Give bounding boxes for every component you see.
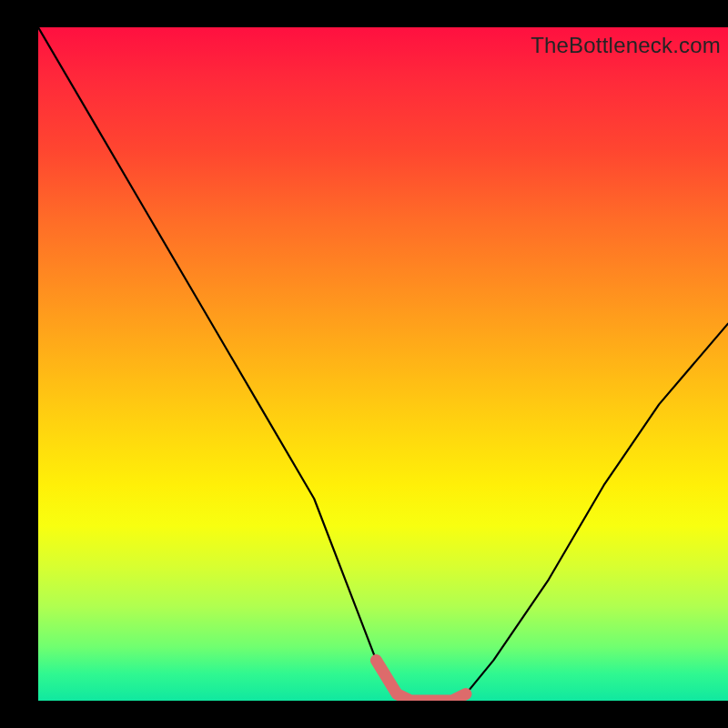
chart-plot-area: TheBottleneck.com — [38, 27, 728, 701]
curve-line — [38, 27, 728, 701]
chart-frame: TheBottleneck.com — [0, 0, 728, 728]
flat-highlight-line — [376, 661, 466, 701]
chart-svg — [38, 27, 728, 701]
